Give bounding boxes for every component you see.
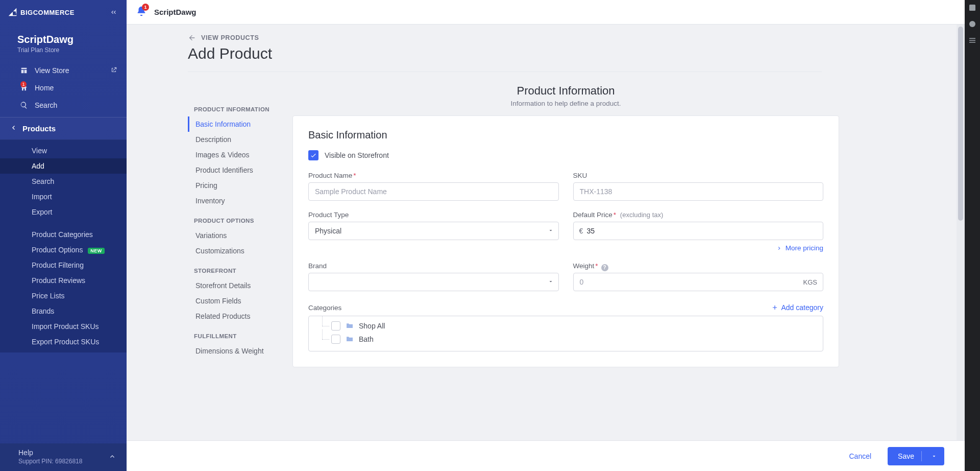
subnav-export[interactable]: Export	[0, 204, 127, 220]
subnav-import-skus[interactable]: Import Product SKUs	[0, 319, 127, 334]
chevron-up-icon	[108, 452, 116, 462]
brand-label: Brand	[308, 262, 559, 270]
collapse-sidebar-button[interactable]	[107, 6, 119, 18]
brand-big: BIG	[20, 9, 33, 16]
field-product-name: Product Name*	[308, 172, 559, 201]
subnav-view[interactable]: View	[0, 143, 127, 158]
section-header: Product Information Information to help …	[292, 84, 839, 107]
field-brand: Brand	[308, 262, 559, 291]
required-mark: *	[353, 172, 356, 179]
currency-symbol: €	[579, 227, 583, 235]
subnav-categories[interactable]: Product Categories	[0, 227, 127, 242]
help-pin: Support PIN: 69826818	[18, 458, 82, 465]
breadcrumb: ScriptDawg	[154, 8, 197, 16]
content-area: Product Information Information to help …	[292, 84, 839, 367]
arrow-left-icon	[188, 34, 196, 42]
chevron-left-icon	[9, 124, 17, 133]
back-label: VIEW PRODUCTS	[201, 34, 259, 41]
subnav-export-skus[interactable]: Export Product SKUs	[0, 334, 127, 349]
plus-icon	[771, 304, 778, 311]
topbar: 1 ScriptDawg	[127, 0, 965, 25]
help-icon[interactable]: ?	[601, 264, 608, 271]
categories-label: Categories	[308, 304, 341, 312]
subnav-options[interactable]: Product Options NEW	[0, 242, 127, 257]
nav-view-store[interactable]: View Store	[0, 62, 127, 79]
svg-rect-0	[969, 5, 975, 11]
new-badge: NEW	[88, 248, 105, 254]
home-badge: 1	[20, 81, 27, 87]
divider	[921, 451, 922, 461]
visible-checkbox[interactable]	[308, 150, 318, 160]
subnav-add[interactable]: Add	[0, 158, 127, 174]
page-scroll[interactable]: PRODUCT INFORMATION Basic Information De…	[127, 25, 965, 471]
scrollbar-thumb[interactable]	[958, 27, 963, 221]
scrollbar[interactable]	[957, 25, 965, 440]
field-product-type: Product Type Physical	[308, 211, 559, 252]
title-rule	[188, 72, 822, 72]
price-input[interactable]	[573, 222, 824, 240]
brand-logo[interactable]: BIGCOMMERCE	[7, 7, 75, 18]
brand-select[interactable]	[308, 273, 559, 291]
bigcommerce-icon	[7, 7, 18, 18]
category-row: Shop All	[314, 319, 818, 333]
category-tree: Shop All Bath	[308, 316, 823, 351]
add-category-link[interactable]: Add category	[771, 303, 824, 312]
check-icon	[310, 152, 317, 159]
cancel-button[interactable]: Cancel	[840, 447, 880, 465]
categories-block: Categories Add category Shop All	[308, 303, 823, 351]
subnav-filtering[interactable]: Product Filtering	[0, 257, 127, 273]
products-subnav: View Add Search Import Export Product Ca…	[0, 140, 127, 352]
product-type-select[interactable]: Physical	[308, 222, 559, 240]
chevron-double-left-icon	[109, 8, 117, 16]
caret-down-icon	[931, 453, 937, 459]
store-block: ScriptDawg Trial Plan Store	[0, 25, 127, 59]
category-name: Bath	[359, 335, 374, 343]
nav-search[interactable]: Search	[0, 97, 127, 114]
visible-row: Visible on Storefront	[308, 150, 823, 160]
strip-icon[interactable]	[968, 19, 977, 29]
section-products[interactable]: Products	[0, 117, 127, 140]
category-row: Bath	[314, 333, 818, 346]
browser-side-strip	[965, 0, 980, 471]
field-weight: Weight* ? KGS	[573, 262, 824, 291]
nav-view-store-label: View Store	[35, 66, 69, 75]
notifications-button[interactable]: 1	[136, 6, 147, 18]
weight-input[interactable]	[573, 273, 824, 291]
section-subtitle: Information to help define a product.	[292, 100, 839, 107]
folder-icon	[346, 335, 354, 343]
field-sku: SKU	[573, 172, 824, 201]
category-checkbox[interactable]	[331, 335, 340, 344]
page-inner: VIEW PRODUCTS Add Product Product Inform…	[127, 25, 856, 429]
product-name-input[interactable]	[308, 182, 559, 201]
category-name: Shop All	[359, 322, 385, 330]
subnav-pricelists[interactable]: Price Lists	[0, 288, 127, 303]
store-plan: Trial Plan Store	[17, 46, 116, 54]
back-link[interactable]: VIEW PRODUCTS	[188, 34, 839, 42]
subnav-search[interactable]: Search	[0, 174, 127, 189]
subnav-brands[interactable]: Brands	[0, 303, 127, 319]
visible-label: Visible on Storefront	[325, 151, 389, 159]
more-pricing-link[interactable]: More pricing	[573, 244, 824, 252]
strip-icon[interactable]	[968, 3, 977, 12]
field-default-price: Default Price* (excluding tax) € More pr…	[573, 211, 824, 252]
nav-search-label: Search	[35, 101, 57, 109]
weight-label: Weight*	[573, 262, 598, 270]
section-title: Product Information	[292, 84, 839, 98]
page-title: Add Product	[188, 45, 839, 62]
price-hint: (excluding tax)	[620, 211, 664, 219]
save-dropdown[interactable]	[929, 453, 939, 459]
help-block[interactable]: Help Support PIN: 69826818	[0, 443, 127, 471]
subnav-import[interactable]: Import	[0, 189, 127, 204]
form-grid: Product Name* SKU Product Type	[308, 172, 823, 291]
folder-icon	[346, 322, 354, 330]
subnav-reviews[interactable]: Product Reviews	[0, 273, 127, 288]
nav-home[interactable]: 1 Home	[0, 79, 127, 97]
strip-icon[interactable]	[968, 36, 977, 45]
section-products-label: Products	[22, 124, 56, 133]
category-checkbox[interactable]	[331, 321, 340, 331]
external-link-icon	[110, 66, 117, 75]
save-button[interactable]: Save	[888, 447, 944, 465]
sku-input[interactable]	[573, 182, 824, 201]
basic-info-card: Basic Information Visible on Storefront …	[292, 115, 839, 367]
brand-bar: BIGCOMMERCE	[0, 0, 127, 25]
